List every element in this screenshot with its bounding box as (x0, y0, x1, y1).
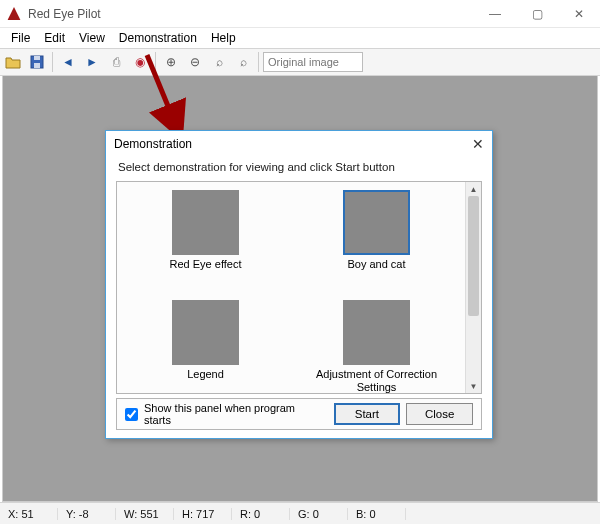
demo-item-boycat[interactable]: Boy and cat (302, 190, 452, 296)
close-button[interactable]: Close (406, 403, 473, 425)
demo-item-redeye[interactable]: Red Eye effect (131, 190, 281, 296)
open-icon[interactable] (2, 51, 24, 73)
demo-label: Adjustment of Correction Settings (307, 368, 447, 393)
dialog-titlebar[interactable]: Demonstration ✕ (106, 131, 492, 157)
scrollbar[interactable]: ▲ ▼ (465, 182, 481, 393)
demo-item-legend[interactable]: Legend (131, 300, 281, 394)
menu-edit[interactable]: Edit (37, 29, 72, 47)
zoom-100-icon[interactable]: ⌕ (208, 51, 230, 73)
demo-list: Red Eye effect Boy and cat Legend Adjust… (117, 182, 465, 393)
menu-view[interactable]: View (72, 29, 112, 47)
scroll-up-icon[interactable]: ▲ (466, 182, 481, 196)
status-h: H: 717 (174, 508, 232, 520)
maximize-button[interactable]: ▢ (516, 0, 558, 28)
status-b: B: 0 (348, 508, 406, 520)
close-button[interactable]: ✕ (558, 0, 600, 28)
svg-rect-1 (34, 63, 40, 68)
demonstration-dialog: Demonstration ✕ Select demonstration for… (105, 130, 493, 439)
status-w: W: 551 (116, 508, 174, 520)
demo-label: Red Eye effect (170, 258, 242, 271)
save-icon[interactable] (26, 51, 48, 73)
thumbnail-icon (343, 190, 410, 255)
demo-label: Legend (187, 368, 224, 381)
dialog-instruction: Select demonstration for viewing and cli… (106, 157, 492, 181)
dialog-footer: Show this panel when program starts Star… (116, 398, 482, 430)
thumbnail-icon (172, 190, 239, 255)
forward-icon[interactable]: ► (81, 51, 103, 73)
app-icon (6, 6, 22, 22)
show-on-start-label: Show this panel when program starts (144, 402, 322, 426)
status-x: X: 51 (0, 508, 58, 520)
status-r: R: 0 (232, 508, 290, 520)
demo-label: Boy and cat (347, 258, 405, 271)
separator-icon (155, 52, 156, 72)
menu-bar: File Edit View Demonstration Help (0, 28, 600, 48)
zoom-fit-icon[interactable]: ⌕ (232, 51, 254, 73)
dialog-close-icon[interactable]: ✕ (472, 136, 484, 152)
menu-file[interactable]: File (4, 29, 37, 47)
demo-item-adjustment[interactable]: Adjustment of Correction Settings (302, 300, 452, 394)
back-icon[interactable]: ◄ (57, 51, 79, 73)
scroll-down-icon[interactable]: ▼ (466, 379, 481, 393)
start-button[interactable]: Start (334, 403, 401, 425)
separator-icon (52, 52, 53, 72)
separator-icon (258, 52, 259, 72)
scroll-thumb[interactable] (468, 196, 479, 316)
thumbnail-icon (343, 300, 410, 365)
title-bar: Red Eye Pilot — ▢ ✕ (0, 0, 600, 28)
original-image-field[interactable]: Original image (263, 52, 363, 72)
zoom-out-icon[interactable]: ⊖ (184, 51, 206, 73)
minimize-button[interactable]: — (474, 0, 516, 28)
status-g: G: 0 (290, 508, 348, 520)
status-y: Y: -8 (58, 508, 116, 520)
zoom-in-icon[interactable]: ⊕ (160, 51, 182, 73)
thumbnail-icon (172, 300, 239, 365)
dialog-body: Red Eye effect Boy and cat Legend Adjust… (116, 181, 482, 394)
print-icon[interactable]: ⎙ (105, 51, 127, 73)
dialog-title: Demonstration (114, 137, 192, 151)
menu-help[interactable]: Help (204, 29, 243, 47)
show-on-start-checkbox[interactable] (125, 408, 138, 421)
status-bar: X: 51 Y: -8 W: 551 H: 717 R: 0 G: 0 B: 0 (0, 502, 600, 524)
menu-demonstration[interactable]: Demonstration (112, 29, 204, 47)
svg-rect-2 (34, 56, 40, 60)
window-title: Red Eye Pilot (28, 7, 101, 21)
toolbar: ◄ ► ⎙ ◉ ⊕ ⊖ ⌕ ⌕ Original image (0, 48, 600, 76)
redeye-icon[interactable]: ◉ (129, 51, 151, 73)
